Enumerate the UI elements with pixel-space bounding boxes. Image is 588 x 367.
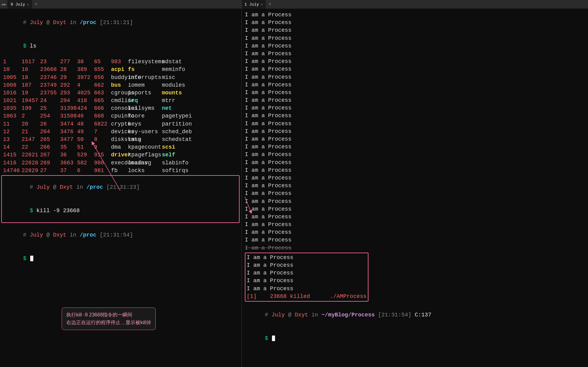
strikethrough-process-line: I am a Process [245, 244, 585, 252]
left-prompt-3: # July @ Dxyt in /proc [21:31:54] [3, 224, 238, 247]
nav-next-icon[interactable]: ▶ [4, 2, 6, 7]
left-cmd-ls: $ ls [3, 35, 238, 58]
left-tab[interactable]: 9 July ✕ [7, 0, 32, 9]
right-cursor [272, 336, 275, 341]
left-terminal: # July @ Dxyt in /proc [21:31:21] $ ls 1… [0, 9, 241, 367]
left-cmd-empty[interactable]: $ [3, 247, 238, 270]
right-tab-add[interactable]: + [266, 2, 274, 7]
right-prompt-final: # July @ Dxyt in ~/myBlog/Process [21:31… [245, 303, 585, 327]
annotation-line1: 执行kill -9 23668指令的一瞬间 [66, 311, 151, 319]
annotation-bubble: 执行kill -9 23668指令的一瞬间 右边正在运行的程序停止，显示被kil… [62, 307, 156, 330]
nav-prev-icon[interactable]: ◀ [1, 2, 3, 7]
left-cmd-kill: $ kill -9 23668 [3, 199, 238, 223]
ls-output: 11517232773865983filesystemsmdstat 10162… [3, 58, 238, 175]
killed-status-line: [1] 23668 killed ./AMProcess [247, 293, 367, 300]
right-tab-label: 1 July [245, 2, 259, 7]
left-tab-close[interactable]: ✕ [27, 2, 29, 6]
post-kill-highlight-box: I am a Process I am a Process I am a Pro… [245, 253, 368, 302]
right-tab-close[interactable]: ✕ [261, 2, 263, 6]
process-lines-normal: I am a Process I am a Process I am a Pro… [245, 11, 585, 244]
left-prompt-2: # July @ Dxyt in /proc [21:31:23] [3, 176, 238, 199]
cursor [30, 256, 33, 261]
right-cmd-final[interactable]: $ [245, 327, 585, 350]
left-tab-label: 9 July [10, 2, 25, 7]
right-tab[interactable]: 1 July ✕ [241, 0, 266, 9]
annotation-line2: 右边正在运行的程序停止，显示被kill掉 [66, 319, 151, 327]
left-prompt-1: # July @ Dxyt in /proc [21:31:21] [3, 11, 238, 35]
kill-moment-region: I am a Process [245, 244, 585, 252]
right-terminal: I am a Process I am a Process I am a Pro… [241, 9, 588, 367]
left-tab-add[interactable]: + [32, 2, 40, 7]
